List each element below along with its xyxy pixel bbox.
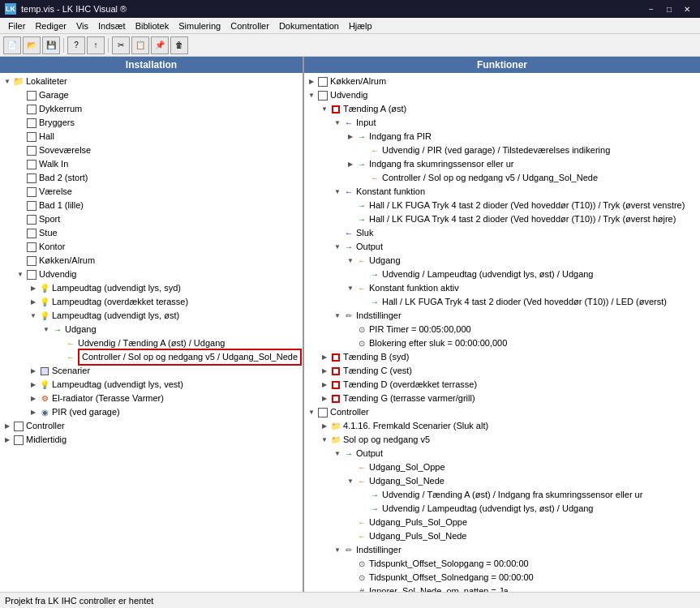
toolbar-save[interactable]: 💾 <box>42 36 60 54</box>
tree-item-r_udgang_sol_oppe[interactable]: ▶←Udgang_Sol_Oppe <box>304 460 700 474</box>
tree-item-r_udgang_sol_nede[interactable]: ▼←Udgang_Sol_Nede <box>304 474 700 488</box>
toolbar-help[interactable]: ? <box>67 36 85 54</box>
tree-item-r_puls_sol_oppe[interactable]: ▶←Udgang_Puls_Sol_Oppe <box>304 516 700 529</box>
tree-item-r_indstil[interactable]: ▼✏Indstillinger <box>304 309 700 323</box>
tree-item-midlertidig[interactable]: ▶Midlertidig <box>0 433 303 447</box>
expander[interactable]: ▼ <box>41 324 52 336</box>
tree-item-dykkerrum[interactable]: ▶Dykkerrum <box>0 102 303 116</box>
expander[interactable]: ▶ <box>28 393 39 405</box>
tree-item-daekket[interactable]: ▶💡Lampeudtag (overdækket terasse) <box>0 295 303 309</box>
minimize-button[interactable]: − <box>643 2 659 15</box>
menu-item-rediger[interactable]: Rediger <box>30 20 71 32</box>
expander[interactable]: ▼ <box>306 90 317 101</box>
expander[interactable]: ▶ <box>319 352 330 363</box>
expander[interactable]: ▶ <box>319 421 330 432</box>
tree-item-r_udgang[interactable]: ▼←Udgang <box>304 254 700 268</box>
expander[interactable]: ▶ <box>319 366 330 377</box>
tree-item-udvendig[interactable]: ▼Udvendig <box>0 268 303 281</box>
tree-item-r_skum[interactable]: ▶→Indgang fra skumringssensor eller ur <box>304 157 700 171</box>
toolbar-delete[interactable]: 🗑 <box>170 36 188 54</box>
tree-item-r_udvendig[interactable]: ▼Udvendig <box>304 88 700 102</box>
expander[interactable]: ▶ <box>319 393 330 405</box>
tree-item-garage[interactable]: ▶Garage <box>0 88 303 102</box>
expander[interactable]: ▶ <box>28 407 39 418</box>
tree-item-r_taend_b[interactable]: ▶Tænding B (syd) <box>304 350 700 364</box>
tree-item-r_konst_aktiv[interactable]: ▼←Konstant funktion aktiv <box>304 281 700 295</box>
tree-item-r_puls_sol_nede[interactable]: ▶←Udgang_Puls_Sol_Nede <box>304 529 700 543</box>
tree-item-el_rad[interactable]: ▶⚙El-radiator (Terasse Varmer) <box>0 392 303 405</box>
tree-item-r_hall_fuga1[interactable]: ▶→Hall / LK FUGA Tryk 4 tast 2 dioder (V… <box>304 199 700 212</box>
expander[interactable]: ▶ <box>2 435 13 446</box>
tree-item-r_taend_d[interactable]: ▶Tænding D (overdækket terrasse) <box>304 378 700 392</box>
tree-item-walkin[interactable]: ▶Walk In <box>0 157 303 171</box>
tree-item-r_ctrl_sol[interactable]: ▶←Controller / Sol op og nedgang v5 / Ud… <box>304 171 700 185</box>
installation-tree[interactable]: ▼📁Lokaliteter▶Garage▶Dykkerrum▶Bryggers▶… <box>0 73 303 592</box>
expander[interactable]: ▼ <box>345 255 356 267</box>
toolbar-paste[interactable]: 📌 <box>151 36 169 54</box>
tree-item-r_input[interactable]: ▼←Input <box>304 116 700 130</box>
expander[interactable]: ▼ <box>345 283 356 294</box>
expander[interactable]: ▶ <box>2 421 13 432</box>
menu-item-hjælp[interactable]: Hjælp <box>344 20 377 32</box>
expander[interactable]: ▼ <box>332 186 343 198</box>
tree-item-koekalrum[interactable]: ▶Køkken/Alrum <box>0 254 303 268</box>
expander[interactable]: ▼ <box>332 545 343 556</box>
expander[interactable]: ▼ <box>345 476 356 487</box>
menu-item-dokumentation[interactable]: Dokumentation <box>274 20 344 32</box>
tree-item-sport[interactable]: ▶Sport <box>0 212 303 226</box>
close-button[interactable]: ✕ <box>679 2 695 15</box>
toolbar-upload[interactable]: ↑ <box>87 36 105 54</box>
tree-item-r_taend_g[interactable]: ▶Tænding G (terrasse varmer/grill) <box>304 392 700 405</box>
tree-item-controller_sol[interactable]: ▶←Controller / Sol op og nedgang v5 / Ud… <box>0 350 303 364</box>
expander[interactable]: ▼ <box>306 407 317 418</box>
expander[interactable]: ▼ <box>28 310 39 322</box>
menu-item-bibliotek[interactable]: Bibliotek <box>131 20 174 32</box>
menu-item-controller[interactable]: Controller <box>225 20 274 32</box>
tree-item-r_indstil2[interactable]: ▼✏Indstillinger <box>304 543 700 557</box>
tree-item-kontor[interactable]: ▶Kontor <box>0 240 303 254</box>
expander[interactable]: ▼ <box>2 76 13 88</box>
tree-item-r_hall_fuga2[interactable]: ▶→Hall / LK FUGA Tryk 4 tast 2 dioder (V… <box>304 212 700 226</box>
tree-item-r_udvendig_lamp[interactable]: ▶→Udvendig / Lampeudtag (udvendigt lys, … <box>304 268 700 281</box>
tree-item-vaer[interactable]: ▶Værelse <box>0 185 303 199</box>
tree-item-r_koek[interactable]: ▶Køkken/Alrum <box>304 75 700 88</box>
tree-item-r_udv_taend[interactable]: ▶→Udvendig / Tænding A (øst) / Indgang f… <box>304 488 700 502</box>
tree-item-r_output[interactable]: ▼→Output <box>304 240 700 254</box>
tree-item-lamp_vest[interactable]: ▶💡Lampeudtag (udvendigt lys, vest) <box>0 378 303 392</box>
tree-item-bad2[interactable]: ▶Bad 2 (stort) <box>0 171 303 185</box>
expander[interactable]: ▶ <box>345 159 356 170</box>
menu-item-filer[interactable]: Filer <box>3 20 30 32</box>
expander[interactable]: ▼ <box>332 448 343 460</box>
tree-item-r_taend_a[interactable]: ▼Tænding A (øst) <box>304 102 700 116</box>
expander[interactable]: ▶ <box>28 297 39 308</box>
tree-item-r_indgang_pir[interactable]: ▶→Indgang fra PIR <box>304 130 700 143</box>
tree-item-r_blok[interactable]: ▶⊙Blokering efter sluk = 00:00:00,000 <box>304 336 700 350</box>
expander[interactable]: ▶ <box>345 131 356 143</box>
expander[interactable]: ▼ <box>319 435 330 446</box>
tree-item-hall[interactable]: ▶Hall <box>0 130 303 143</box>
tree-item-r_konst[interactable]: ▼←Konstant funktion <box>304 185 700 199</box>
expander[interactable]: ▶ <box>28 366 39 377</box>
tree-item-udgang_node[interactable]: ▼→Udgang <box>0 323 303 336</box>
tree-item-r_taend_c[interactable]: ▶Tænding C (vest) <box>304 364 700 378</box>
tree-item-r_udv_lamp[interactable]: ▶→Udvendig / Lampeudtag (udvendigt lys, … <box>304 502 700 516</box>
expander[interactable]: ▶ <box>319 379 330 391</box>
expander[interactable]: ▼ <box>332 242 343 253</box>
expander[interactable]: ▼ <box>332 310 343 322</box>
tree-item-r_ignorer[interactable]: ▶#Ignorer_Sol_Nede_om_natten = Ja <box>304 584 700 592</box>
tree-item-pir[interactable]: ▶◉PIR (ved garage) <box>0 405 303 419</box>
toolbar-copy[interactable]: 📋 <box>131 36 149 54</box>
tree-item-r_hall_fuga3[interactable]: ▶→Hall / LK FUGA Tryk 4 tast 2 dioder (V… <box>304 295 700 309</box>
tree-item-controller[interactable]: ▶Controller <box>0 419 303 433</box>
tree-item-r_pir_timer[interactable]: ▶⊙PIR Timer = 00:05:00,000 <box>304 323 700 336</box>
tree-item-r_sluk[interactable]: ▶←Sluk <box>304 226 700 240</box>
tree-item-lamp_syd[interactable]: ▶💡Lampeudtag (udvendigt lys, syd) <box>0 281 303 295</box>
menu-item-simulering[interactable]: Simulering <box>174 20 225 32</box>
tree-item-bryggers[interactable]: ▶Bryggers <box>0 116 303 130</box>
menu-item-vis[interactable]: Vis <box>71 20 93 32</box>
tree-item-r_controller[interactable]: ▼Controller <box>304 405 700 419</box>
tree-item-lokaler[interactable]: ▼📁Lokaliteter <box>0 75 303 88</box>
funktioner-tree[interactable]: ▶Køkken/Alrum▼Udvendig▼Tænding A (øst)▼←… <box>304 73 700 592</box>
tree-item-sovevaer[interactable]: ▶Soveværelse <box>0 143 303 157</box>
tree-item-r_tidspunkt2[interactable]: ▶⊙Tidspunkt_Offset_Solnedgang = 00:00:00 <box>304 571 700 584</box>
